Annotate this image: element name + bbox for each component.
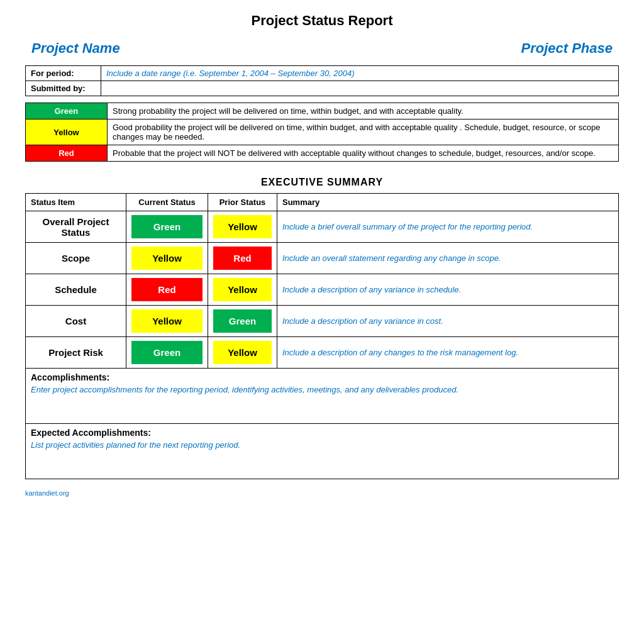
main-table: Status Item Current Status Prior Status … <box>25 193 619 479</box>
row-1-summary: Include a brief overall summary of the p… <box>277 211 619 243</box>
table-row: Scope Yellow Red Include an overall stat… <box>26 243 619 274</box>
table-row: Schedule Red Yellow Include a descriptio… <box>26 274 619 306</box>
row-2-current-badge: Yellow <box>131 247 203 270</box>
row-1-prior-badge: Yellow <box>213 215 272 238</box>
row-1-current-status: Green <box>126 211 208 243</box>
header-status-item: Status Item <box>26 194 126 211</box>
header-current-status: Current Status <box>126 194 208 211</box>
row-2-current-status: Yellow <box>126 243 208 274</box>
submitted-by-value <box>101 81 619 96</box>
submitted-by-label: Submitted by: <box>26 81 101 96</box>
row-2-status-item: Scope <box>26 243 126 274</box>
expected-accomplishments-cell: Expected Accomplishments: List project a… <box>26 424 619 479</box>
row-5-status-item: Project Risk <box>26 337 126 369</box>
for-period-label: For period: <box>26 66 101 81</box>
footer-text: kantandiet.org <box>25 489 619 497</box>
row-5-current-badge: Green <box>131 341 203 364</box>
row-3-current-badge: Red <box>131 278 203 301</box>
expected-accomplishments-label: Expected Accomplishments: <box>31 428 151 438</box>
project-phase-label: Project Phase <box>521 40 613 57</box>
row-4-current-badge: Yellow <box>131 309 203 333</box>
row-3-prior-badge: Yellow <box>213 278 272 301</box>
legend-green-desc: Strong probability the project will be d… <box>108 103 619 119</box>
row-2-prior-badge: Red <box>213 247 272 270</box>
project-name-label: Project Name <box>31 40 120 57</box>
row-5-prior-status: Yellow <box>208 337 277 369</box>
executive-summary-title: EXECUTIVE SUMMARY <box>25 177 619 188</box>
accomplishments-row: Accomplishments: Enter project accomplis… <box>26 369 619 424</box>
table-row: Cost Yellow Green Include a description … <box>26 306 619 337</box>
row-5-summary: Include a description of any changes to … <box>277 337 619 369</box>
header-row: Project Name Project Phase <box>25 40 619 57</box>
row-3-status-item: Schedule <box>26 274 126 306</box>
header-summary: Summary <box>277 194 619 211</box>
legend-red-label: Red <box>26 145 108 162</box>
row-2-prior-status: Red <box>208 243 277 274</box>
row-1-current-badge: Green <box>131 215 203 238</box>
accomplishments-label: Accomplishments: <box>31 372 109 382</box>
row-3-current-status: Red <box>126 274 208 306</box>
legend-yellow-label: Yellow <box>26 119 108 145</box>
table-row: Overall ProjectStatus Green Yellow Inclu… <box>26 211 619 243</box>
expected-accomplishments-text: List project activities planned for the … <box>31 438 613 475</box>
row-4-prior-badge: Green <box>213 309 272 333</box>
legend-green-label: Green <box>26 103 108 119</box>
page-title: Project Status Report <box>25 13 619 29</box>
row-4-summary: Include a description of any variance in… <box>277 306 619 337</box>
row-3-prior-status: Yellow <box>208 274 277 306</box>
table-row: Project Risk Green Yellow Include a desc… <box>26 337 619 369</box>
accomplishments-cell: Accomplishments: Enter project accomplis… <box>26 369 619 424</box>
row-4-prior-status: Green <box>208 306 277 337</box>
expected-accomplishments-row: Expected Accomplishments: List project a… <box>26 424 619 479</box>
row-4-status-item: Cost <box>26 306 126 337</box>
row-1-prior-status: Yellow <box>208 211 277 243</box>
row-5-prior-badge: Yellow <box>213 341 272 364</box>
row-4-current-status: Yellow <box>126 306 208 337</box>
header-prior-status: Prior Status <box>208 194 277 211</box>
legend-yellow-desc: Good probability the project will be del… <box>108 119 619 145</box>
row-1-status-item: Overall ProjectStatus <box>26 211 126 243</box>
info-table: For period: Include a date range (i.e. S… <box>25 65 619 96</box>
row-5-current-status: Green <box>126 337 208 369</box>
status-legend-table: Green Strong probability the project wil… <box>25 103 619 162</box>
row-2-summary: Include an overall statement regarding a… <box>277 243 619 274</box>
accomplishments-text: Enter project accomplishments for the re… <box>31 382 613 419</box>
legend-red-desc: Probable that the project will NOT be de… <box>108 145 619 162</box>
for-period-value: Include a date range (i.e. September 1, … <box>101 66 619 81</box>
row-3-summary: Include a description of any variance in… <box>277 274 619 306</box>
